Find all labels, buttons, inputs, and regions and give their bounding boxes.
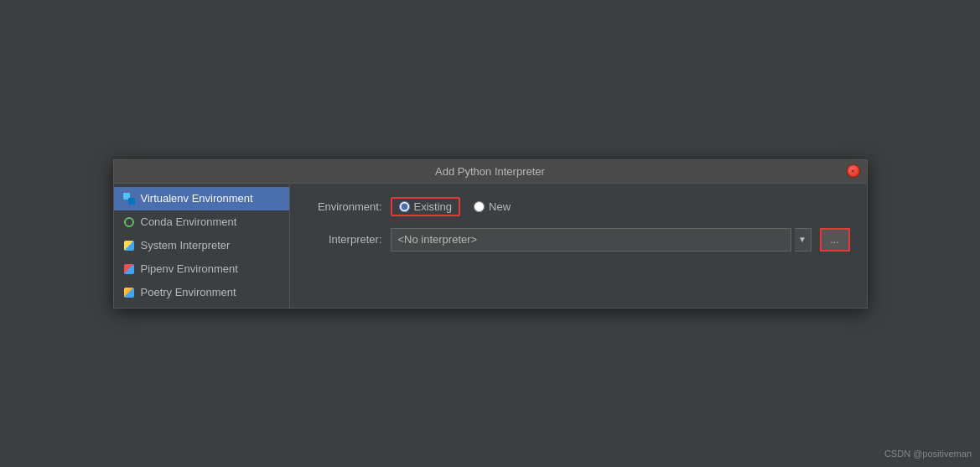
radio-group: Existing New: [391, 197, 511, 216]
sidebar-item-pipenv[interactable]: Pipenv Environment: [114, 257, 289, 281]
poetry-icon: [122, 286, 136, 299]
existing-radio-label: Existing: [414, 200, 453, 213]
interpreter-label: Interpreter:: [307, 233, 382, 246]
select-arrow-icon: ▼: [795, 228, 811, 252]
pipenv-icon: [122, 262, 136, 276]
add-python-interpreter-dialog: Add Python Interpreter × Virtualenv Envi…: [113, 159, 868, 309]
close-button[interactable]: ×: [847, 164, 860, 178]
sidebar-item-label: System Interpreter: [141, 239, 231, 252]
virtualenv-icon: [122, 192, 136, 205]
sidebar-item-label: Pipenv Environment: [141, 262, 238, 275]
sidebar-item-poetry[interactable]: Poetry Environment: [114, 281, 289, 304]
main-content: Environment: Existing New Interp: [290, 184, 867, 308]
existing-radio-highlighted: Existing: [391, 197, 461, 216]
dialog-title: Add Python Interpreter: [435, 165, 545, 178]
new-radio-option[interactable]: New: [474, 200, 511, 213]
interpreter-select-wrapper: <No interpreter> ▼: [391, 228, 811, 252]
new-radio[interactable]: [474, 201, 485, 212]
sidebar-item-system[interactable]: System Interpreter: [114, 234, 289, 257]
sidebar-item-label: Poetry Environment: [141, 286, 236, 298]
sidebar-item-conda[interactable]: Conda Environment: [114, 210, 289, 234]
dialog-body: Virtualenv Environment Conda Environment…: [114, 184, 867, 308]
watermark: CSDN @positiveman: [884, 449, 972, 459]
new-radio-label: New: [489, 200, 511, 213]
browse-button[interactable]: ...: [820, 228, 850, 252]
environment-row: Environment: Existing New: [307, 197, 850, 216]
environment-label: Environment:: [307, 200, 382, 213]
interpreter-select[interactable]: <No interpreter>: [391, 228, 791, 252]
sidebar-item-label: Virtualenv Environment: [141, 192, 253, 205]
existing-radio-option[interactable]: Existing: [399, 200, 453, 213]
sidebar: Virtualenv Environment Conda Environment…: [114, 184, 290, 308]
title-bar: Add Python Interpreter ×: [114, 160, 867, 184]
conda-icon: [122, 215, 136, 229]
interpreter-row: Interpreter: <No interpreter> ▼ ...: [307, 228, 850, 252]
system-icon: [122, 239, 136, 252]
existing-radio[interactable]: [399, 201, 410, 212]
sidebar-item-virtualenv[interactable]: Virtualenv Environment: [114, 187, 289, 210]
sidebar-item-label: Conda Environment: [141, 215, 237, 228]
